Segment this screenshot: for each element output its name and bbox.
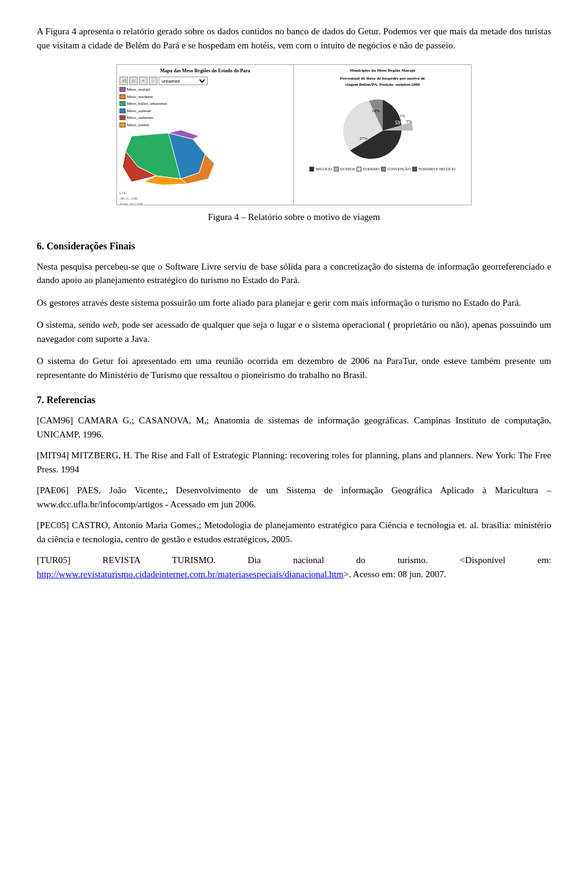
ref-pae06-tag: [PAE06]: [37, 485, 69, 495]
legend-label-3: Meso_baixo_amazonas: [127, 100, 167, 107]
ref-tur05-link[interactable]: http://www.revistaturismo.cidadeinternet…: [37, 569, 344, 579]
svg-text:14%: 14%: [372, 108, 380, 113]
ref-mit94-tag: [MIT94]: [37, 450, 69, 460]
pie-legend-turismo-negocio: TURISMO E NEGÓCIO: [418, 167, 456, 172]
map-zoom: Zoom 1412 kM: [119, 202, 291, 206]
pie-area: Percentual do fluxo de hospedes por moti…: [296, 75, 469, 203]
ref-cam96-tag: [CAM96]: [37, 415, 73, 425]
pie-legend-convencao: CONVENÇÃO: [387, 167, 410, 172]
legend-label-1: Meso_marajó: [127, 86, 151, 93]
section6-para1: Nesta pesquisa percebeu-se que o Softwar…: [37, 260, 551, 287]
pie-legend: NEGÓCIO OUTROS TURISMO CONVENÇÃO: [309, 167, 455, 172]
section-7-heading: 7. Referencias: [37, 393, 551, 407]
section6-para4: O sistema do Getur foi apresentado em um…: [37, 354, 551, 382]
pie-caption: Percentual do fluxo de hospedes por moti…: [340, 75, 425, 88]
pie-legend-outros: OUTROS: [340, 167, 355, 172]
ref-tur05-text: REVISTA TURISMO. Dia nacional do turismo…: [70, 555, 551, 565]
map-log: LOG: [119, 191, 291, 196]
legend-label-2: Meso_nordeste: [127, 94, 153, 100]
map-right-title: Municipios da Meso Região Marajó: [296, 67, 469, 74]
map-legend: Meso_marajó Meso_nordeste Meso_baixo_ama…: [119, 86, 291, 129]
figure-4-container: Mapa das Meso Regiões do Estado do Para …: [37, 64, 551, 224]
ref-pec05: [PEC05] CASTRO, Antonio Maria Gomes,; Me…: [37, 518, 551, 546]
ref-mit94: [MIT94] MITZBERG, H. The Rise and Fall o…: [37, 449, 551, 476]
ref-pae06: [PAE06] PAES, João Vicente,; Desenvolvim…: [37, 483, 551, 511]
map-btn-home[interactable]: ⌂: [129, 77, 138, 85]
ref-pae06-text: PAES, João Vicente,; Desenvolvimento de …: [37, 485, 551, 509]
map-btn-zoom-out[interactable]: -: [149, 77, 157, 85]
ref-tur05-tag: [TUR05]: [37, 555, 70, 565]
svg-text:1%: 1%: [400, 114, 405, 118]
figure-4-image: Mapa das Meso Regiões do Estado do Para …: [116, 64, 472, 205]
svg-text:5%: 5%: [406, 119, 412, 124]
section6-para3: O sistema, sendo web, pode ser acessado …: [37, 318, 551, 346]
section-6-heading: 6. Considerações Finais: [37, 239, 551, 254]
intro-paragraph-1: A Figura 4 apresenta o relatório gerado …: [37, 25, 551, 52]
map-theme-select[interactable]: Full map unnamed: [159, 77, 208, 85]
pie-legend-turismo: TURISMO: [363, 167, 379, 172]
section6-para3-text: O sistema, sendo web, pode ser acessado …: [37, 320, 551, 344]
ref-pec05-tag: [PEC05]: [37, 520, 69, 530]
figure-caption: Figura 4 – Relatório sobre o motivo de v…: [208, 210, 380, 224]
pie-chart-svg: 53% 27% 14% 5% 1%: [334, 91, 432, 164]
svg-text:53%: 53%: [395, 120, 405, 126]
map-right-panel: Municipios da Meso Região Marajó Percent…: [294, 65, 471, 205]
pie-legend-negocio: NEGÓCIO: [315, 167, 332, 172]
map-left-panel: Mapa das Meso Regiões do Estado do Para …: [117, 65, 294, 205]
map-btn-back[interactable]: ◁: [119, 77, 128, 85]
legend-label-5: Meso_sudoeste: [127, 115, 153, 121]
ref-tur05-end: >. Acesso em: 08 jun. 2007.: [344, 569, 447, 579]
ref-pec05-text: CASTRO, Antonio Maria Gomes,; Metodologi…: [37, 520, 551, 544]
map-controls: ◁ ⌂ + - Full map unnamed: [119, 77, 291, 85]
map-coords: -46.11,-3.98: [119, 196, 291, 202]
map-svg: [119, 130, 242, 185]
ref-cam96: [CAM96] CAMARA G,; CASANOVA, M,; Anatomi…: [37, 414, 551, 441]
map-btn-zoom-in[interactable]: +: [139, 77, 148, 85]
ref-mit94-text: MITZBERG, H. The Rise and Fall of Estrat…: [37, 450, 551, 474]
ref-cam96-text: CAMARA G,; CASANOVA, M,; Anatomia de sis…: [37, 415, 551, 439]
section6-para2: Os gestores através deste sistema possui…: [37, 296, 551, 310]
ref-tur05: [TUR05] REVISTA TURISMO. Dia nacional do…: [37, 553, 551, 581]
map-left-title: Mapa das Meso Regiões do Estado do Para: [119, 67, 291, 75]
legend-label-4: Meso_sudeste: [127, 108, 151, 115]
svg-text:27%: 27%: [360, 136, 368, 141]
legend-label-6: Meso_belém: [127, 122, 149, 129]
